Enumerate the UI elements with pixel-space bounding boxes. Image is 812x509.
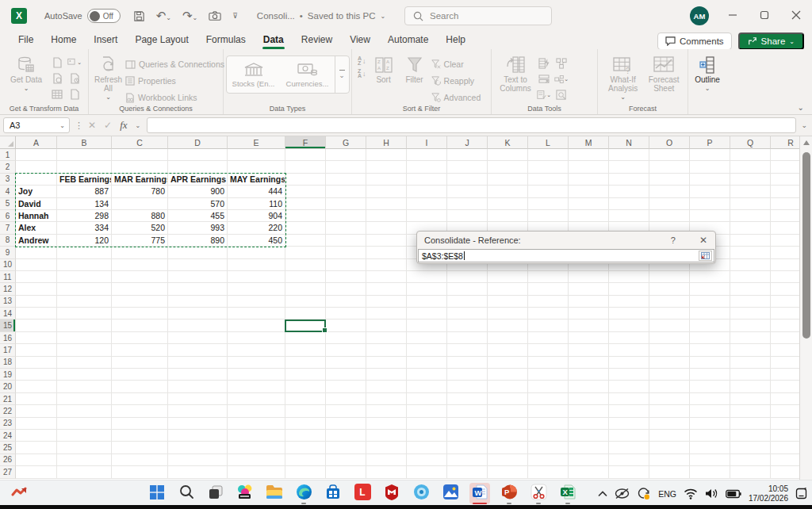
save-button[interactable] bbox=[133, 10, 145, 22]
cell[interactable] bbox=[16, 405, 57, 417]
cell-A6[interactable]: Hannah bbox=[16, 210, 57, 222]
tab-view[interactable]: View bbox=[341, 32, 379, 49]
remove-duplicates-icon[interactable] bbox=[537, 72, 551, 86]
cell[interactable] bbox=[407, 149, 447, 161]
cell[interactable] bbox=[447, 442, 488, 454]
cell[interactable] bbox=[285, 161, 326, 173]
cell[interactable] bbox=[57, 418, 112, 430]
cell[interactable] bbox=[366, 296, 407, 308]
gallery-more-button[interactable]: ⌄ bbox=[335, 56, 349, 93]
cell[interactable] bbox=[326, 454, 366, 466]
filter-button[interactable]: Filter bbox=[401, 53, 428, 84]
cell[interactable] bbox=[528, 283, 569, 295]
cell[interactable] bbox=[649, 149, 690, 161]
cell[interactable] bbox=[730, 454, 771, 466]
cell[interactable] bbox=[730, 259, 771, 271]
stocks-button[interactable]: Stocks (En... bbox=[227, 56, 281, 93]
cell[interactable] bbox=[407, 174, 447, 186]
cell[interactable] bbox=[407, 357, 447, 369]
cell[interactable] bbox=[366, 247, 407, 258]
cell[interactable] bbox=[366, 283, 407, 295]
row-header-26[interactable]: 26 bbox=[0, 454, 16, 466]
cell[interactable] bbox=[730, 357, 771, 369]
cell[interactable] bbox=[609, 430, 649, 442]
sync-status-icon[interactable] bbox=[637, 487, 651, 500]
cell[interactable] bbox=[690, 344, 730, 356]
cell[interactable] bbox=[228, 296, 285, 308]
cell[interactable] bbox=[16, 430, 57, 442]
cell[interactable] bbox=[16, 369, 57, 381]
cell[interactable] bbox=[228, 430, 285, 442]
document-title[interactable]: Consoli... • Saved to this PC ⌄ bbox=[257, 11, 385, 21]
flash-fill-icon[interactable] bbox=[537, 56, 551, 70]
cell[interactable] bbox=[690, 442, 730, 454]
cell[interactable] bbox=[730, 369, 771, 381]
cell[interactable] bbox=[407, 405, 447, 417]
cell[interactable] bbox=[228, 344, 285, 356]
cell[interactable] bbox=[690, 393, 730, 405]
cell[interactable] bbox=[326, 357, 366, 369]
cell[interactable] bbox=[326, 174, 366, 186]
what-if-analysis-button[interactable]: ? What-If Analysis ⌄ bbox=[603, 53, 642, 101]
cell[interactable] bbox=[326, 381, 366, 392]
cell[interactable] bbox=[488, 332, 528, 344]
comments-button[interactable]: Comments bbox=[657, 33, 732, 50]
cell[interactable] bbox=[112, 430, 168, 442]
cell[interactable] bbox=[690, 174, 730, 186]
dialog-help-button[interactable]: ? bbox=[671, 235, 676, 245]
cell[interactable] bbox=[285, 247, 326, 258]
cell-B8[interactable]: 120 bbox=[57, 235, 112, 247]
cell[interactable] bbox=[168, 271, 228, 283]
row-header-19[interactable]: 19 bbox=[0, 369, 16, 381]
customize-toolbar-chevron-icon[interactable]: ⊽ bbox=[232, 12, 238, 20]
volume-icon[interactable] bbox=[705, 488, 718, 499]
cell[interactable] bbox=[407, 466, 447, 478]
cell[interactable] bbox=[447, 186, 488, 197]
cell[interactable] bbox=[326, 161, 366, 173]
cell[interactable] bbox=[528, 466, 569, 478]
from-web-icon[interactable] bbox=[50, 71, 64, 85]
cell[interactable] bbox=[285, 174, 326, 186]
cell[interactable] bbox=[649, 283, 690, 295]
cell[interactable] bbox=[366, 393, 407, 405]
column-header-O[interactable]: O bbox=[649, 136, 690, 149]
cell[interactable] bbox=[528, 161, 569, 173]
cell[interactable] bbox=[57, 271, 112, 283]
cell[interactable] bbox=[569, 186, 609, 197]
cell[interactable] bbox=[57, 308, 112, 320]
cell[interactable] bbox=[285, 393, 326, 405]
cell[interactable] bbox=[16, 283, 57, 295]
cell[interactable] bbox=[407, 454, 447, 466]
cell-C4[interactable]: 780 bbox=[112, 186, 168, 197]
column-header-Q[interactable]: Q bbox=[730, 136, 771, 149]
row-header-14[interactable]: 14 bbox=[0, 308, 16, 320]
cell[interactable] bbox=[16, 466, 57, 478]
cell[interactable] bbox=[228, 454, 285, 466]
from-picture-icon[interactable]: ⌄ bbox=[67, 55, 82, 69]
cell[interactable] bbox=[609, 332, 649, 344]
cell[interactable] bbox=[488, 283, 528, 295]
text-to-columns-button[interactable]: Text to Columns bbox=[497, 53, 534, 93]
cell[interactable] bbox=[228, 283, 285, 295]
cell[interactable] bbox=[528, 149, 569, 161]
cell[interactable] bbox=[569, 405, 609, 417]
cell[interactable] bbox=[771, 442, 799, 454]
cell[interactable] bbox=[771, 210, 799, 222]
cell-A7[interactable]: Alex bbox=[16, 222, 57, 234]
cell[interactable] bbox=[168, 442, 228, 454]
cell[interactable] bbox=[112, 259, 168, 271]
column-header-H[interactable]: H bbox=[366, 136, 407, 149]
cell[interactable] bbox=[609, 357, 649, 369]
cell[interactable] bbox=[285, 405, 326, 417]
cell[interactable] bbox=[16, 442, 57, 454]
cell[interactable] bbox=[447, 210, 488, 222]
row-header-23[interactable]: 23 bbox=[0, 418, 16, 430]
word-icon[interactable]: W bbox=[469, 483, 490, 504]
cell[interactable] bbox=[57, 296, 112, 308]
sort-descending-button[interactable]: ZA↓ bbox=[358, 69, 366, 78]
cell[interactable] bbox=[447, 393, 488, 405]
row-header-20[interactable]: 20 bbox=[0, 381, 16, 392]
select-all-button[interactable] bbox=[0, 136, 16, 149]
cell[interactable] bbox=[609, 198, 649, 210]
wifi-icon[interactable] bbox=[684, 488, 698, 499]
